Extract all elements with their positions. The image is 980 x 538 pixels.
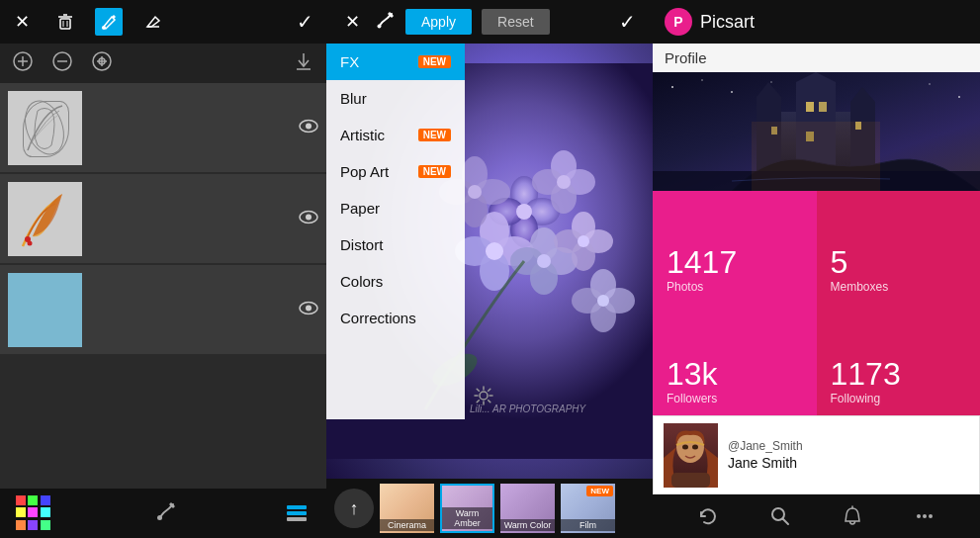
- svg-point-34: [378, 24, 382, 28]
- filter-thumb-cinerama[interactable]: Cinerama: [380, 484, 434, 533]
- svg-point-80: [958, 96, 960, 98]
- confirm-button[interactable]: ✓: [291, 8, 318, 36]
- user-profile-tile[interactable]: @Jane_Smith Jane Smith: [653, 415, 980, 494]
- svg-point-75: [701, 79, 703, 81]
- filter-thumb-label: Cinerama: [380, 519, 434, 531]
- color-palette-button[interactable]: [16, 495, 51, 531]
- layer-tools-bar: [0, 44, 326, 83]
- svg-point-60: [578, 235, 589, 247]
- add-layer-button[interactable]: [12, 50, 34, 76]
- subtract-layer-button[interactable]: [51, 50, 73, 76]
- photos-label: Photos: [667, 280, 803, 294]
- svg-point-105: [929, 514, 933, 518]
- svg-rect-33: [287, 517, 307, 521]
- svg-point-76: [731, 91, 733, 93]
- svg-point-5: [102, 26, 106, 30]
- svg-point-50: [486, 242, 503, 260]
- merge-layers-button[interactable]: [91, 50, 113, 76]
- notifications-button[interactable]: [835, 498, 870, 534]
- layer-item[interactable]: [0, 174, 326, 263]
- brush-button[interactable]: [95, 8, 123, 36]
- refresh-button[interactable]: [690, 498, 726, 534]
- p2-toolbar: ✕ Apply Reset ✓: [326, 0, 653, 44]
- svg-rect-18: [8, 91, 82, 165]
- filter-distort[interactable]: Distort: [326, 226, 465, 263]
- svg-point-40: [516, 204, 532, 220]
- p1-toolbar: ✕ ✓: [0, 0, 326, 44]
- filter-colors[interactable]: Colors: [326, 263, 465, 300]
- reset-button[interactable]: Reset: [482, 9, 550, 35]
- layer-thumbnail: [8, 182, 82, 256]
- svg-point-103: [917, 514, 921, 518]
- filter-thumb-film[interactable]: NEW Film: [561, 484, 615, 533]
- close-button[interactable]: ✕: [8, 8, 36, 36]
- filter-pop-art[interactable]: Pop Art NEW: [326, 153, 465, 190]
- user-handle: @Jane_Smith: [728, 439, 803, 453]
- download-layer-button[interactable]: [293, 50, 314, 76]
- filter-artistic[interactable]: Artistic NEW: [326, 117, 465, 153]
- fx-brush-icon: [376, 10, 396, 35]
- filter-thumb-warm-amber[interactable]: Warm Amber: [440, 484, 494, 533]
- svg-point-79: [929, 83, 931, 85]
- filter-thumb-warm-color[interactable]: Warm Color: [500, 484, 555, 533]
- svg-point-74: [671, 86, 673, 88]
- svg-point-30: [157, 515, 162, 520]
- apply-button[interactable]: Apply: [405, 9, 472, 35]
- layers-icon[interactable]: [283, 497, 311, 529]
- svg-point-21: [306, 124, 312, 130]
- fx-confirm-button[interactable]: ✓: [613, 8, 641, 36]
- layer-visibility-toggle[interactable]: [299, 209, 318, 229]
- svg-point-104: [923, 514, 927, 518]
- layer-preview: [8, 91, 82, 165]
- svg-point-65: [468, 185, 482, 199]
- profile-panel: P Picsart Profile: [653, 0, 980, 538]
- layers-list: [0, 83, 326, 489]
- fx-new-badge: NEW: [418, 55, 451, 68]
- filter-fx[interactable]: FX NEW: [326, 44, 465, 80]
- eraser-button[interactable]: [138, 8, 166, 36]
- memboxes-count: 5: [831, 246, 967, 278]
- stat-tile-followers[interactable]: 13k Followers: [653, 304, 817, 416]
- svg-point-70: [597, 295, 609, 307]
- svg-point-55: [537, 254, 551, 268]
- upload-button[interactable]: ↑: [334, 489, 374, 528]
- stat-tile-photos[interactable]: 1417 Photos: [653, 191, 817, 304]
- filter-paper[interactable]: Paper: [326, 190, 465, 226]
- followers-label: Followers: [667, 392, 803, 405]
- fx-close-button[interactable]: ✕: [338, 8, 366, 36]
- svg-rect-32: [287, 511, 307, 515]
- stat-tile-memboxes[interactable]: 5 Memboxes: [817, 191, 981, 304]
- layer-item[interactable]: [0, 265, 326, 354]
- svg-rect-0: [60, 19, 70, 29]
- layer-visibility-toggle[interactable]: [299, 118, 318, 138]
- stat-tile-following[interactable]: 1173 Following: [817, 304, 981, 416]
- svg-point-25: [28, 240, 33, 245]
- filter-menu: FX NEW Blur Artistic NEW Pop Art NEW Pap…: [326, 44, 465, 419]
- p1-bottom-bar: [0, 489, 326, 538]
- p3-bottom-bar: [653, 494, 980, 538]
- svg-point-27: [306, 215, 312, 221]
- artistic-new-badge: NEW: [418, 129, 451, 141]
- user-avatar-area: @Jane_Smith Jane Smith: [664, 423, 803, 488]
- filter-corrections[interactable]: Corrections: [326, 300, 465, 336]
- filter-blur[interactable]: Blur: [326, 80, 465, 117]
- svg-rect-99: [671, 473, 710, 488]
- svg-point-98: [692, 444, 698, 449]
- layer-thumbnail: [8, 91, 82, 165]
- more-button[interactable]: [907, 498, 942, 534]
- svg-rect-88: [806, 102, 814, 112]
- logo-icon: P: [665, 8, 692, 36]
- picsart-logo: P Picsart: [665, 8, 755, 36]
- svg-point-45: [557, 175, 571, 189]
- layer-item[interactable]: [0, 83, 326, 172]
- delete-button[interactable]: [51, 8, 79, 36]
- memboxes-label: Memboxes: [831, 280, 967, 294]
- logo-text: Picsart: [700, 12, 755, 33]
- svg-point-72: [480, 392, 488, 400]
- search-button[interactable]: [762, 498, 798, 534]
- brush-tool-icon[interactable]: [155, 498, 179, 528]
- stats-grid: 1417 Photos 5 Memboxes 13k Followers 117…: [653, 191, 980, 415]
- layer-preview: [8, 182, 82, 256]
- layers-panel: ✕ ✓: [0, 0, 326, 538]
- layer-visibility-toggle[interactable]: [299, 300, 318, 320]
